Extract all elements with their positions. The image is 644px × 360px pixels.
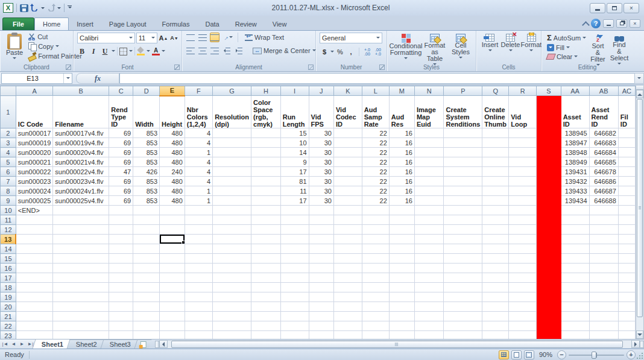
row-header-14[interactable]: 14 xyxy=(1,244,16,254)
cell-P15[interactable] xyxy=(444,254,482,264)
column-header-B[interactable]: B xyxy=(53,86,109,96)
column-header-AC[interactable]: AC xyxy=(618,86,635,96)
cell-L15[interactable] xyxy=(362,254,389,264)
fill-color-dropdown-arrow[interactable] xyxy=(147,50,150,54)
cell-I5[interactable]: 9 xyxy=(280,157,309,167)
cell-E23[interactable] xyxy=(160,331,185,339)
cell-J15[interactable] xyxy=(309,254,333,264)
cell-Q18[interactable] xyxy=(482,283,509,292)
cell-N13[interactable] xyxy=(414,235,444,244)
shrink-font-button[interactable]: A▼ xyxy=(169,33,179,43)
cell-AB2[interactable]: 646682 xyxy=(589,128,618,138)
cell-J19[interactable] xyxy=(309,292,333,302)
cell-Q14[interactable] xyxy=(482,244,509,254)
cell-AB4[interactable]: 646684 xyxy=(589,148,618,157)
cell-H12[interactable] xyxy=(251,225,281,235)
cell-D23[interactable] xyxy=(133,331,160,339)
cell-G1[interactable]: Resolution (dpi) xyxy=(213,96,251,128)
cell-C15[interactable] xyxy=(109,254,133,264)
cell-F3[interactable]: 4 xyxy=(185,138,212,148)
cell-P17[interactable] xyxy=(444,273,482,283)
cell-L2[interactable]: 22 xyxy=(362,128,389,138)
cell-I2[interactable]: 15 xyxy=(280,128,309,138)
merge-center-button[interactable]: ↔ Merge & Center xyxy=(251,46,318,55)
cell-I23[interactable] xyxy=(280,331,309,339)
format-cells-button[interactable]: Format xyxy=(521,33,541,54)
cell-S4[interactable] xyxy=(536,148,561,157)
cell-I14[interactable] xyxy=(280,244,309,254)
percent-style-button[interactable]: % xyxy=(335,47,345,57)
column-header-C[interactable]: C xyxy=(109,86,133,96)
cell-R10[interactable] xyxy=(509,206,537,215)
fill-color-icon[interactable] xyxy=(137,48,145,55)
cell-G7[interactable] xyxy=(213,177,251,186)
cell-A1[interactable]: IC Code xyxy=(16,96,52,128)
row-header-19[interactable]: 19 xyxy=(1,292,16,302)
cell-H6[interactable] xyxy=(251,167,281,177)
cell-L9[interactable]: 22 xyxy=(362,196,389,206)
cell-S12[interactable] xyxy=(536,225,561,235)
cell-H14[interactable] xyxy=(251,244,281,254)
cell-F5[interactable]: 4 xyxy=(185,157,212,167)
cell-E17[interactable] xyxy=(160,273,185,283)
cell-E16[interactable] xyxy=(160,264,185,273)
cell-L21[interactable] xyxy=(362,312,389,321)
cell-AA3[interactable]: 138947 xyxy=(561,138,589,148)
cell-S19[interactable] xyxy=(536,292,561,302)
cell-B13[interactable] xyxy=(53,235,109,244)
cell-AA17[interactable] xyxy=(561,273,589,283)
cell-F8[interactable]: 1 xyxy=(185,186,212,196)
cell-I18[interactable] xyxy=(280,283,309,292)
cell-I20[interactable] xyxy=(280,302,309,312)
cell-M18[interactable] xyxy=(389,283,414,292)
cell-K7[interactable] xyxy=(333,177,362,186)
cell-F9[interactable]: 1 xyxy=(185,196,212,206)
cell-M22[interactable] xyxy=(389,321,414,331)
column-header-G[interactable]: G xyxy=(213,86,251,96)
cell-R3[interactable] xyxy=(509,138,537,148)
cell-I12[interactable] xyxy=(280,225,309,235)
row-header-9[interactable]: 9 xyxy=(1,196,16,206)
cell-M4[interactable]: 16 xyxy=(389,148,414,157)
cell-F4[interactable]: 1 xyxy=(185,148,212,157)
save-icon[interactable] xyxy=(20,4,28,12)
cell-P6[interactable] xyxy=(444,167,482,177)
cell-E5[interactable]: 480 xyxy=(160,157,185,167)
cell-I22[interactable] xyxy=(280,321,309,331)
cell-I11[interactable] xyxy=(280,215,309,225)
cell-M6[interactable]: 16 xyxy=(389,167,414,177)
cell-AB18[interactable] xyxy=(589,283,618,292)
cell-S8[interactable] xyxy=(536,186,561,196)
cell-Q20[interactable] xyxy=(482,302,509,312)
bottom-align-button[interactable] xyxy=(210,33,219,42)
cell-AA11[interactable] xyxy=(561,215,589,225)
cell-D2[interactable]: 853 xyxy=(133,128,160,138)
cell-G20[interactable] xyxy=(213,302,251,312)
workbook-close-button[interactable]: × xyxy=(630,19,640,28)
cell-A21[interactable] xyxy=(16,312,52,321)
cell-M14[interactable] xyxy=(389,244,414,254)
cell-N14[interactable] xyxy=(414,244,444,254)
cell-L6[interactable]: 22 xyxy=(362,167,389,177)
first-sheet-button[interactable]: |◄ xyxy=(1,341,9,348)
cell-J2[interactable]: 30 xyxy=(309,128,333,138)
cell-R6[interactable] xyxy=(509,167,537,177)
number-format-select[interactable]: General xyxy=(320,33,382,43)
cell-S15[interactable] xyxy=(536,254,561,264)
cell-L4[interactable]: 22 xyxy=(362,148,389,157)
collapse-ribbon-icon[interactable] xyxy=(582,21,590,29)
cell-C4[interactable]: 69 xyxy=(109,148,133,157)
cell-G18[interactable] xyxy=(213,283,251,292)
cell-H7[interactable] xyxy=(251,177,281,186)
cell-H1[interactable]: Color Space (rgb, cmyk) xyxy=(251,96,281,128)
cell-F20[interactable] xyxy=(185,302,212,312)
borders-icon[interactable] xyxy=(119,48,127,55)
cell-P16[interactable] xyxy=(444,264,482,273)
cell-J12[interactable] xyxy=(309,225,333,235)
restore-button[interactable] xyxy=(607,3,622,13)
cell-AC20[interactable] xyxy=(618,302,635,312)
workbook-restore-button[interactable] xyxy=(616,19,627,28)
row-header-7[interactable]: 7 xyxy=(1,177,16,186)
cell-C18[interactable] xyxy=(109,283,133,292)
cell-P19[interactable] xyxy=(444,292,482,302)
